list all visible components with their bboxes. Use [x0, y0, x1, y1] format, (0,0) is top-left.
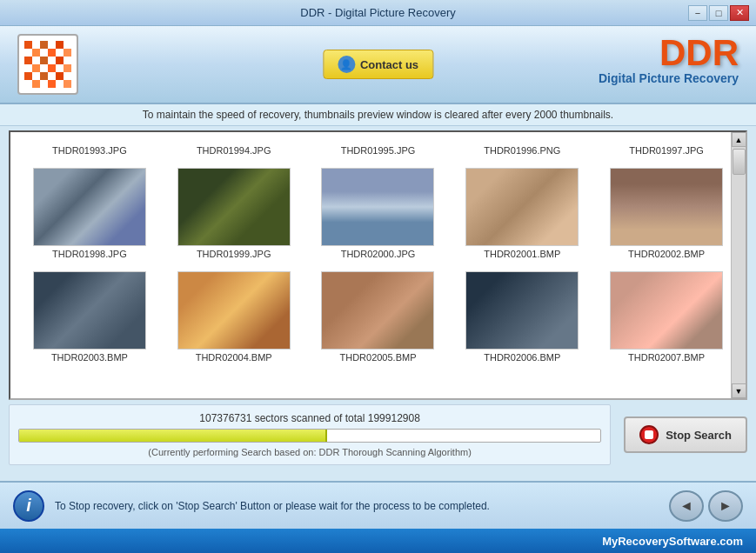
nav-buttons: ◄ ► [669, 490, 743, 522]
close-button[interactable]: ✕ [730, 5, 749, 21]
info-bar: To maintain the speed of recovery, thumb… [0, 104, 756, 126]
titlebar: DDR - Digital Picture Recovery − □ ✕ [0, 0, 756, 26]
progress-text: 107376731 sectors scanned of total 19991… [18, 412, 601, 424]
thumb-label: THDR02001.BMP [484, 249, 560, 259]
list-item[interactable]: THDR01996.PNG [450, 137, 594, 161]
stop-search-button[interactable]: Stop Search [624, 416, 747, 453]
window-title: DDR - Digital Picture Recovery [300, 6, 455, 19]
list-item[interactable]: THDR02004.BMP [162, 266, 306, 368]
thumb-label: THDR02003.BMP [51, 352, 128, 363]
thumb-label: THDR02005.BMP [339, 352, 416, 363]
thumb-label: THDR01993.JPG [52, 145, 127, 156]
contact-button[interactable]: 👤 Contact us [323, 50, 433, 79]
window-controls: − □ ✕ [688, 5, 749, 21]
thumbnail-image [321, 168, 434, 246]
thumbnail-image [610, 271, 723, 350]
thumb-label: THDR01996.PNG [484, 145, 560, 156]
info-icon: i [13, 490, 44, 522]
list-item[interactable]: THDR02002.BMP [594, 163, 739, 264]
list-item[interactable]: THDR02003.BMP [17, 266, 162, 368]
brand: DDR Digital Picture Recovery [599, 35, 739, 85]
thumb-label: THDR02006.BMP [484, 352, 560, 363]
logo-box [17, 34, 78, 95]
list-item[interactable]: THDR01994.JPG [162, 137, 306, 161]
progress-box: 107376731 sectors scanned of total 19991… [9, 404, 611, 465]
stop-icon-inner [645, 430, 653, 439]
thumb-label: THDR01999.JPG [197, 249, 271, 259]
scroll-thumb[interactable] [733, 149, 746, 175]
list-item[interactable]: THDR02005.BMP [306, 266, 451, 368]
footer: MyRecoverySoftware.com [0, 529, 756, 553]
info-message: To maintain the speed of recovery, thumb… [143, 109, 613, 121]
list-item[interactable]: THDR02006.BMP [450, 266, 594, 368]
list-item[interactable]: THDR01997.JPG [594, 137, 739, 161]
thumb-label: THDR01998.JPG [52, 249, 127, 259]
brand-subtitle: Digital Picture Recovery [599, 71, 739, 85]
stop-label: Stop Search [666, 429, 732, 442]
list-item[interactable]: THDR01998.JPG [17, 163, 162, 264]
thumbnails-container: THDR01993.JPG THDR01994.JPG THDR01995.JP… [9, 130, 747, 400]
scroll-up-arrow[interactable]: ▲ [732, 132, 746, 147]
thumbnail-image [610, 168, 723, 246]
thumbnail-image [33, 271, 146, 350]
thumb-label: THDR01995.JPG [341, 145, 416, 156]
forward-button[interactable]: ► [708, 490, 743, 522]
thumb-label: THDR02004.BMP [196, 352, 272, 363]
thumb-label: THDR01994.JPG [197, 145, 271, 156]
progress-area: 107376731 sectors scanned of total 19991… [9, 404, 747, 465]
maximize-button[interactable]: □ [709, 5, 728, 21]
back-button[interactable]: ◄ [669, 490, 704, 522]
logo-checkerboard [24, 41, 71, 88]
vertical-scrollbar[interactable]: ▲ ▼ [731, 132, 746, 398]
thumbnail-image [177, 168, 291, 246]
progress-bar-fill [19, 430, 327, 442]
thumb-label: THDR02002.BMP [628, 249, 705, 259]
status-message: To Stop recovery, click on 'Stop Search'… [55, 500, 659, 512]
status-bar: i To Stop recovery, click on 'Stop Searc… [0, 481, 756, 529]
header: 👤 Contact us DDR Digital Picture Recover… [0, 26, 756, 104]
thumb-label: THDR02000.JPG [341, 249, 416, 259]
thumbnail-image [465, 271, 579, 350]
contact-label: Contact us [360, 58, 418, 71]
brand-title: DDR [599, 35, 739, 71]
scroll-down-arrow[interactable]: ▼ [732, 383, 746, 398]
progress-bar-container [18, 429, 601, 443]
thumbnail-image [177, 271, 291, 350]
progress-algo: (Currently performing Search based on: D… [18, 447, 601, 457]
thumbnail-image [321, 271, 434, 350]
scroll-track[interactable] [732, 147, 746, 383]
list-item[interactable]: THDR01993.JPG [17, 137, 162, 161]
thumb-label: THDR02007.BMP [628, 352, 705, 363]
list-item[interactable]: THDR02007.BMP [594, 266, 739, 368]
forward-icon: ► [719, 498, 733, 514]
thumbnail-image [33, 168, 146, 246]
list-item[interactable]: THDR02001.BMP [450, 163, 594, 264]
list-item[interactable]: THDR01995.JPG [306, 137, 451, 161]
stop-icon [639, 425, 659, 444]
back-icon: ◄ [679, 498, 693, 514]
thumb-label: THDR01997.JPG [629, 145, 704, 156]
thumbnail-image [465, 168, 579, 246]
list-item[interactable]: THDR02000.JPG [306, 163, 451, 264]
footer-text: MyRecoverySoftware.com [602, 535, 743, 548]
minimize-button[interactable]: − [688, 5, 707, 21]
contact-icon: 👤 [338, 56, 355, 73]
list-item[interactable]: THDR01999.JPG [162, 163, 306, 264]
